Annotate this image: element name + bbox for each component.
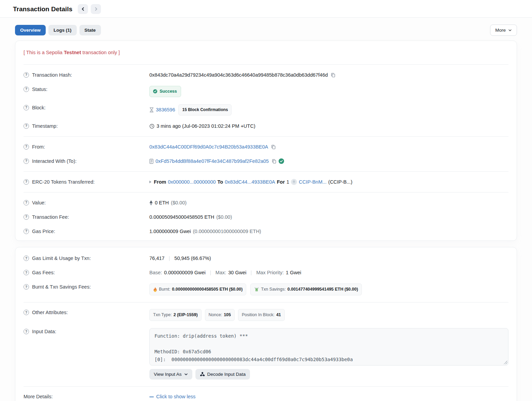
row-label-text: Transaction Fee:	[32, 214, 69, 221]
tab-state[interactable]: State	[79, 25, 101, 35]
row-input-data: Input Data: Function: drip(address token…	[24, 325, 508, 383]
verified-check-icon	[279, 158, 284, 164]
view-input-as-button[interactable]: View Input As	[149, 369, 192, 380]
page-title: Transaction Details	[13, 5, 72, 13]
help-icon[interactable]	[24, 310, 29, 315]
divider	[24, 302, 508, 303]
decode-input-data-label: Decode Input Data	[207, 372, 246, 377]
row-transaction-fee: Transaction Fee: 0.000050945000458505 ET…	[24, 210, 508, 224]
more-button-label: More	[495, 28, 506, 33]
resize-handle-icon[interactable]	[504, 360, 507, 364]
help-icon[interactable]	[24, 105, 29, 110]
row-burnt-savings: Burnt & Txn Savings Fees: Burnt: 0.00000…	[24, 280, 508, 299]
help-icon[interactable]	[24, 87, 29, 92]
divider	[24, 192, 508, 192]
gas-usage-value: 50,945 (66.67%)	[174, 255, 211, 262]
prev-transaction-button[interactable]	[78, 4, 88, 14]
to-address-link[interactable]: 0xFd57b4ddBf88a4e07fF4e34C487b99af2Fe82a…	[156, 158, 269, 165]
row-label-text: Timestamp:	[32, 123, 58, 130]
help-icon[interactable]	[24, 256, 29, 261]
row-erc20-transfers: ERC-20 Tokens Transferred: From 0x000000…	[24, 175, 508, 189]
view-input-as-label: View Input As	[154, 372, 182, 377]
gas-fees-priority-label: Max Priority:	[256, 269, 284, 276]
erc20-token-link[interactable]: CCIP-BnM...	[299, 179, 326, 186]
copy-icon	[271, 159, 277, 164]
burnt-fee-label: Burnt:	[159, 286, 170, 293]
row-gas-limit: Gas Limit & Usage by Txn: 76,417 50,945 …	[24, 249, 508, 266]
vertical-divider	[251, 271, 251, 275]
position-in-block-value: 41	[276, 311, 281, 319]
check-circle-icon	[153, 89, 158, 94]
next-transaction-button[interactable]	[91, 4, 101, 14]
input-data-textarea[interactable]: Function: drip(address token) *** Method…	[149, 328, 508, 366]
row-other-attributes: Other Attributes: Txn Type: 2 (EIP-1559)…	[24, 306, 508, 325]
help-icon[interactable]	[24, 72, 29, 78]
row-status: Status: Success	[24, 82, 508, 101]
copy-from-button[interactable]	[271, 144, 276, 150]
erc20-to-address-link[interactable]: 0x83dC44...4933BE0A	[225, 179, 275, 186]
divider	[24, 64, 508, 65]
row-interacted-with: Interacted With (To): 0xFd57b4ddBf88a4e0…	[24, 154, 508, 168]
vertical-divider	[210, 271, 211, 275]
burnt-fee-badge: Burnt: 0.000000000000458505 ETH ($0.00)	[149, 283, 246, 295]
help-icon[interactable]	[24, 123, 29, 129]
help-icon[interactable]	[24, 214, 29, 220]
row-label-text: Burnt & Txn Savings Fees:	[32, 283, 91, 291]
row-label-text: Interacted With (To):	[32, 158, 77, 165]
block-number-link[interactable]: 3836596	[156, 106, 175, 113]
gas-price-eth: (0.000000001000000009 ETH)	[193, 228, 261, 235]
timestamp-value: 3 mins ago (Jul-06-2023 01:02:24 PM +UTC…	[157, 123, 255, 130]
help-icon[interactable]	[24, 200, 29, 205]
erc20-from-address-link[interactable]: 0x000000...00000000	[168, 179, 216, 186]
row-label-text: More Details:	[24, 393, 53, 400]
show-less-link-label: Click to show less	[156, 394, 195, 399]
hourglass-icon	[149, 107, 154, 112]
transaction-hash-value: 0x843dc70a4a29d79234c49a904c363d6c46640a…	[149, 72, 328, 79]
more-button[interactable]: More	[490, 25, 517, 36]
tab-overview[interactable]: Overview	[15, 25, 46, 35]
help-icon[interactable]	[24, 329, 29, 334]
position-in-block-badge: Position In Block: 41	[238, 309, 285, 321]
help-icon[interactable]	[24, 270, 29, 275]
testnet-banner-bold: Testnet	[64, 50, 81, 55]
nonce-value: 105	[224, 311, 231, 319]
help-icon[interactable]	[24, 144, 29, 150]
chevron-down-icon	[508, 28, 512, 32]
gas-limit-value: 76,417	[149, 255, 164, 262]
gas-price-gwei: 1.000000009 Gwei	[149, 228, 191, 235]
eth-diamond-icon	[149, 200, 153, 205]
tab-bar: Overview Logs (1) State	[15, 25, 101, 35]
txn-savings-value: 0.001477404999541495 ETH ($0.00)	[287, 286, 358, 293]
help-icon[interactable]	[24, 179, 29, 185]
copy-to-button[interactable]	[271, 159, 277, 164]
chevron-left-icon	[81, 7, 85, 11]
copy-hash-button[interactable]	[330, 73, 336, 78]
divider	[24, 171, 508, 172]
help-icon[interactable]	[24, 284, 29, 290]
nonce-badge: Nonce: 105	[205, 309, 235, 321]
row-label-text: Status:	[32, 86, 47, 93]
txn-type-value: 2 (EIP-1559)	[174, 311, 198, 319]
gas-fees-base-label: Base:	[149, 269, 162, 276]
row-label-text: Gas Fees:	[32, 269, 55, 276]
money-wings-icon	[254, 287, 259, 292]
tab-logs[interactable]: Logs (1)	[48, 25, 77, 35]
row-block: Block: 3836596 15 Block Confirmations	[24, 101, 508, 119]
decode-input-data-button[interactable]: Decode Input Data	[195, 369, 250, 380]
page-header: Transaction Details	[0, 0, 532, 17]
row-label-text: Other Attributes:	[32, 309, 68, 316]
row-label-text: Gas Price:	[32, 228, 55, 235]
txn-savings-label: Txn Savings:	[261, 286, 285, 293]
erc20-amount: 1	[286, 179, 289, 186]
status-badge: Success	[149, 86, 181, 97]
chevron-down-icon	[184, 372, 188, 376]
from-address-link[interactable]: 0x83dC44a4C00DFf69d0A0c7c94B20b53a4933BE…	[149, 143, 268, 151]
help-icon[interactable]	[24, 158, 29, 164]
txn-savings-badge: Txn Savings: 0.001477404999541495 ETH ($…	[250, 283, 361, 295]
erc20-token-alt: (CCIP-B...)	[328, 179, 353, 186]
overview-card: [ This is a Sepolia Testnet transaction …	[15, 41, 517, 241]
value-usd: ($0.00)	[171, 199, 187, 206]
show-less-link[interactable]: Click to show less	[149, 393, 195, 400]
help-icon[interactable]	[24, 229, 29, 234]
chevron-right-icon	[94, 7, 98, 11]
